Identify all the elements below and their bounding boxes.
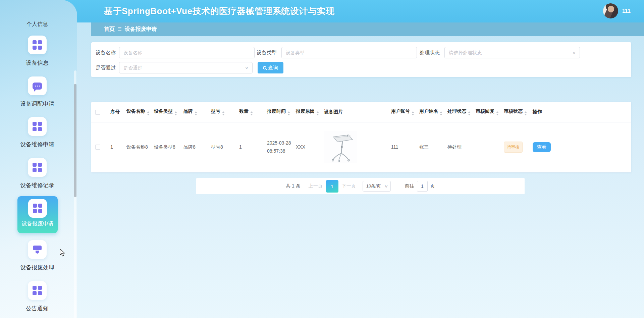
sort-icon[interactable] (250, 111, 253, 115)
device-name-input[interactable] (119, 47, 255, 58)
col-device-name[interactable]: 设备名称 (122, 102, 150, 122)
col-index: 序号 (106, 102, 122, 122)
grid-icon (33, 204, 42, 213)
brush-icon (33, 246, 42, 254)
sort-icon[interactable] (195, 111, 197, 115)
cell-quantity: 1 (235, 122, 263, 172)
sidebar-item-allocation-apply[interactable]: 设备调配申请 (0, 76, 74, 108)
select-all-checkbox[interactable] (95, 110, 100, 115)
table-header-row: 序号 设备名称 设备类型 品牌 型号 数量 报废时间 报废原因 设备图片 用户账… (91, 102, 631, 122)
user-box: 111 (603, 3, 631, 18)
table-row: 1 设备名称8 设备类型8 品牌8 型号8 1 2025-03-28 08:57… (91, 122, 631, 172)
sidebar-item-label: 公告通知 (0, 305, 74, 312)
cell-audit-status: 待审核 (500, 122, 529, 172)
breadcrumb-current: 设备报废申请 (125, 26, 157, 33)
filter-panel: 设备名称 设备类型 处理状态 请选择处理状态 ∨ 是否通过 是否通过 ∨ 查询 (91, 42, 631, 77)
cell-scrap-reason: XXX (292, 122, 320, 172)
scrap-apply-table: 序号 设备名称 设备类型 品牌 型号 数量 报废时间 报废原因 设备图片 用户账… (91, 102, 631, 172)
prev-page-button[interactable]: 上一页 (309, 183, 323, 189)
cell-user-account: 111 (387, 122, 415, 172)
col-user-name[interactable]: 用户姓名 (415, 102, 443, 122)
sidebar-item-label: 设备维修申请 (0, 141, 74, 148)
search-button[interactable]: 查询 (258, 62, 283, 73)
device-type-label: 设备类型 (257, 47, 277, 58)
col-brand[interactable]: 品牌 (179, 102, 207, 122)
top-header: 基于SpringBoot+Vue技术的医疗器械管理系统设计与实现 111 (64, 0, 644, 22)
cell-scrap-time: 2025-03-28 08:57:38 (263, 122, 292, 172)
grid-icon (33, 286, 42, 295)
process-status-select[interactable]: 请选择处理状态 ∨ (444, 47, 580, 58)
chat-icon (33, 83, 42, 90)
goto-unit: 页 (430, 183, 435, 189)
sidebar-item-label: 设备信息 (0, 59, 74, 67)
col-audit-status[interactable]: 审核状态 (500, 102, 529, 122)
breadcrumb-home[interactable]: 首页 (104, 26, 115, 33)
sidebar-section-label: 个人信息 (0, 21, 74, 28)
col-quantity[interactable]: 数量 (235, 102, 263, 122)
sidebar-item-label: 设备报废处理 (0, 264, 74, 271)
cell-index: 1 (106, 122, 122, 172)
sidebar-item-label: 设备维修记录 (0, 181, 74, 189)
avatar[interactable] (603, 3, 618, 18)
sort-icon[interactable] (412, 111, 414, 115)
sort-icon[interactable] (440, 111, 442, 115)
sidebar-item-scrap-handle[interactable]: 设备报废处理 (0, 240, 74, 271)
page-size-select[interactable]: 10条/页 ∨ (363, 181, 391, 192)
sort-icon[interactable] (222, 111, 225, 115)
pagination-bar: 共 1 条 上一页 1 下一页 10条/页 ∨ 前往 页 (196, 178, 525, 194)
cell-model: 型号8 (207, 122, 235, 172)
goto-page-group: 前往 页 (405, 181, 435, 192)
sidebar-item-repair-apply[interactable]: 设备维修申请 (0, 117, 74, 148)
sort-icon[interactable] (496, 111, 499, 115)
grid-icon (33, 122, 42, 131)
sidebar-item-scrap-apply-active[interactable]: 设备报废申请 (17, 196, 58, 233)
sort-icon[interactable] (468, 111, 471, 115)
process-status-label: 处理状态 (420, 47, 440, 58)
status-badge: 待审核 (504, 142, 523, 152)
col-model[interactable]: 型号 (207, 102, 235, 122)
cell-device-type: 设备类型8 (150, 122, 179, 172)
next-page-button[interactable]: 下一页 (342, 183, 356, 189)
total-count: 共 1 条 (286, 183, 301, 189)
device-name-label: 设备名称 (96, 47, 116, 58)
sidebar-item-notice[interactable]: 公告通知 (0, 281, 74, 312)
sort-icon[interactable] (524, 111, 527, 115)
sort-icon[interactable] (147, 111, 150, 115)
sort-icon[interactable] (174, 111, 177, 115)
sidebar-item-repair-record[interactable]: 设备维修记录 (0, 158, 74, 189)
row-checkbox[interactable] (95, 145, 100, 150)
chevron-down-icon: ∨ (572, 47, 576, 58)
is-passed-select[interactable]: 是否通过 ∨ (119, 62, 253, 73)
col-scrap-reason[interactable]: 报废原因 (292, 102, 320, 122)
sort-icon[interactable] (287, 111, 290, 115)
sidebar-item-device-info[interactable]: 设备信息 (0, 36, 74, 67)
col-scrap-time[interactable]: 报废时间 (263, 102, 292, 122)
cell-brand: 品牌8 (179, 122, 207, 172)
instrument-stand-photo[interactable] (324, 131, 357, 163)
page-1-button[interactable]: 1 (326, 180, 338, 193)
device-type-input[interactable] (281, 47, 417, 58)
col-process-status[interactable]: 处理状态 (443, 102, 472, 122)
page-title: 基于SpringBoot+Vue技术的医疗器械管理系统设计与实现 (104, 5, 334, 17)
sidebar-item-label: 设备调配申请 (0, 100, 74, 108)
col-user-account[interactable]: 用户账号 (387, 102, 415, 122)
col-device-type[interactable]: 设备类型 (150, 102, 179, 122)
chevron-down-icon: ∨ (245, 62, 249, 73)
sidebar-scrollbar-thumb[interactable] (74, 84, 76, 197)
cell-process-status: 待处理 (443, 122, 472, 172)
view-button[interactable]: 查看 (533, 142, 551, 152)
cell-user-name: 张三 (415, 122, 443, 172)
username: 111 (622, 8, 631, 14)
goto-page-input[interactable] (417, 181, 428, 192)
cell-audit-reply (472, 122, 500, 172)
hamburger-icon: ☰ (118, 26, 122, 32)
grid-icon (33, 40, 42, 50)
app-window: 基于SpringBoot+Vue技术的医疗器械管理系统设计与实现 111 首页 … (0, 0, 644, 318)
sidebar: 个人信息 设备信息 设备调配申请 设备维修申请 设备维修记录 设备报废申请 设备… (0, 0, 77, 318)
cell-action: 查看 (529, 122, 631, 172)
sort-icon[interactable] (316, 111, 319, 115)
search-icon (263, 66, 266, 69)
cell-device-image (320, 122, 387, 172)
col-audit-reply[interactable]: 审核回复 (472, 102, 500, 122)
is-passed-label: 是否通过 (96, 62, 116, 73)
